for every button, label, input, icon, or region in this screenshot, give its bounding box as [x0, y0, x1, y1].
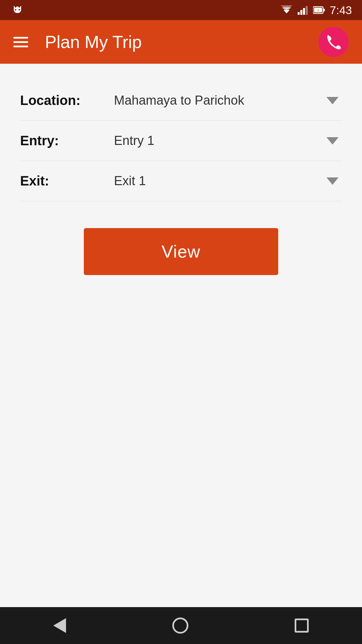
entry-value: Entry 1	[114, 133, 154, 148]
home-nav-button[interactable]	[166, 611, 195, 640]
nav-bar	[0, 607, 362, 644]
menu-line-1	[13, 37, 28, 39]
main-content: Location: Mahamaya to Parichok Entry: En…	[0, 64, 362, 292]
svg-rect-6	[300, 10, 302, 15]
location-row: Location: Mahamaya to Parichok	[20, 80, 342, 121]
home-icon	[172, 618, 188, 634]
entry-row: Entry: Entry 1	[20, 121, 342, 161]
status-icons: ⚡ 7:43	[280, 4, 352, 17]
menu-button[interactable]	[13, 37, 28, 47]
location-dropdown[interactable]: Mahamaya to Parichok	[107, 90, 342, 111]
svg-point-0	[15, 9, 16, 10]
wifi-icon	[280, 5, 293, 15]
exit-label: Exit:	[20, 173, 107, 189]
app-bar: Plan My Trip	[0, 20, 362, 64]
exit-value: Exit 1	[114, 174, 146, 188]
chevron-down-icon	[326, 97, 339, 104]
app-title: Plan My Trip	[45, 32, 318, 52]
phone-button[interactable]	[318, 27, 349, 57]
back-icon	[53, 618, 66, 633]
back-nav-button[interactable]	[47, 611, 73, 640]
entry-dropdown[interactable]: Entry 1	[107, 130, 342, 151]
entry-label: Entry:	[20, 133, 107, 148]
exit-row: Exit: Exit 1	[20, 161, 342, 201]
chevron-down-icon	[326, 137, 339, 145]
cat-icon	[10, 3, 25, 17]
svg-point-1	[18, 9, 20, 10]
svg-rect-5	[298, 12, 300, 15]
menu-line-3	[13, 46, 28, 47]
svg-rect-8	[306, 6, 308, 15]
view-button-container: View	[20, 228, 342, 275]
view-button[interactable]: View	[84, 228, 278, 275]
svg-rect-10	[323, 9, 325, 11]
signal-icon	[298, 5, 308, 15]
svg-rect-7	[303, 8, 305, 15]
status-bar-left	[10, 3, 25, 17]
exit-dropdown[interactable]: Exit 1	[107, 170, 342, 192]
location-label: Location:	[20, 93, 107, 108]
location-value: Mahamaya to Parichok	[114, 93, 244, 108]
phone-icon	[325, 34, 342, 50]
status-time: 7:43	[330, 4, 352, 17]
recents-nav-button[interactable]	[288, 612, 315, 639]
recents-icon	[295, 619, 309, 633]
svg-text:⚡: ⚡	[316, 8, 320, 13]
status-bar: ⚡ 7:43	[0, 0, 362, 20]
menu-line-2	[13, 41, 28, 43]
chevron-down-icon	[326, 177, 339, 185]
battery-icon: ⚡	[313, 5, 325, 15]
